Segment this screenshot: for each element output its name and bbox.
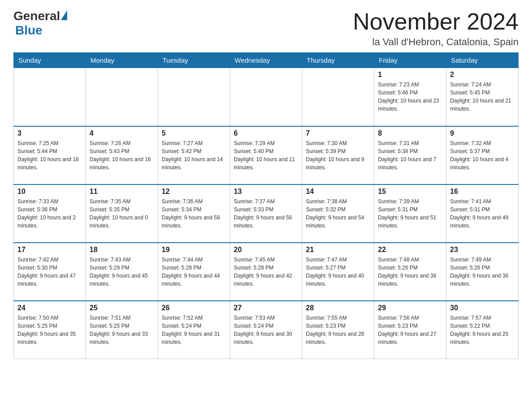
calendar-cell: 17Sunrise: 7:42 AMSunset: 5:30 PMDayligh… [14, 243, 86, 301]
day-info: Sunrise: 7:50 AMSunset: 5:25 PMDaylight:… [17, 314, 82, 346]
day-info: Sunrise: 7:53 AMSunset: 5:24 PMDaylight:… [234, 314, 298, 346]
day-number: 28 [306, 304, 370, 312]
day-number: 23 [450, 246, 515, 254]
day-info: Sunrise: 7:33 AMSunset: 5:36 PMDaylight:… [17, 197, 82, 230]
calendar-cell: 9Sunrise: 7:32 AMSunset: 5:37 PMDaylight… [446, 126, 519, 184]
day-info: Sunrise: 7:38 AMSunset: 5:32 PMDaylight:… [306, 197, 370, 230]
day-info: Sunrise: 7:39 AMSunset: 5:31 PMDaylight:… [378, 197, 442, 230]
calendar-cell [86, 68, 158, 126]
day-info: Sunrise: 7:51 AMSunset: 5:25 PMDaylight:… [90, 314, 154, 346]
calendar-cell: 16Sunrise: 7:41 AMSunset: 5:31 PMDayligh… [446, 184, 519, 243]
day-info: Sunrise: 7:48 AMSunset: 5:26 PMDaylight:… [378, 256, 442, 288]
day-number: 24 [17, 304, 82, 312]
day-info: Sunrise: 7:56 AMSunset: 5:23 PMDaylight:… [378, 314, 442, 346]
day-info: Sunrise: 7:52 AMSunset: 5:24 PMDaylight:… [162, 314, 226, 346]
calendar-cell: 12Sunrise: 7:36 AMSunset: 5:34 PMDayligh… [158, 184, 230, 243]
day-info: Sunrise: 7:45 AMSunset: 5:28 PMDaylight:… [234, 256, 298, 288]
calendar-cell: 7Sunrise: 7:30 AMSunset: 5:39 PMDaylight… [302, 126, 374, 184]
logo-general-text: General [13, 9, 60, 23]
day-number: 25 [90, 304, 154, 312]
calendar-cell: 29Sunrise: 7:56 AMSunset: 5:23 PMDayligh… [374, 301, 446, 359]
calendar-cell: 6Sunrise: 7:29 AMSunset: 5:40 PMDaylight… [230, 126, 302, 184]
column-header-sunday: Sunday [14, 53, 86, 68]
calendar-cell: 24Sunrise: 7:50 AMSunset: 5:25 PMDayligh… [14, 301, 86, 359]
day-info: Sunrise: 7:26 AMSunset: 5:43 PMDaylight:… [90, 139, 154, 171]
calendar-header-row: SundayMondayTuesdayWednesdayThursdayFrid… [14, 53, 519, 68]
calendar-week-row: 3Sunrise: 7:25 AMSunset: 5:44 PMDaylight… [14, 126, 519, 184]
day-number: 5 [162, 129, 226, 137]
logo: General Blue [13, 9, 67, 38]
day-info: Sunrise: 7:36 AMSunset: 5:34 PMDaylight:… [162, 197, 226, 230]
calendar-week-row: 24Sunrise: 7:50 AMSunset: 5:25 PMDayligh… [14, 301, 519, 359]
day-number: 4 [90, 129, 154, 137]
column-header-saturday: Saturday [446, 53, 519, 68]
day-info: Sunrise: 7:55 AMSunset: 5:23 PMDaylight:… [306, 314, 370, 346]
calendar-cell: 8Sunrise: 7:31 AMSunset: 5:38 PMDaylight… [374, 126, 446, 184]
calendar-week-row: 1Sunrise: 7:23 AMSunset: 5:46 PMDaylight… [14, 68, 519, 126]
calendar-cell: 20Sunrise: 7:45 AMSunset: 5:28 PMDayligh… [230, 243, 302, 301]
day-info: Sunrise: 7:27 AMSunset: 5:42 PMDaylight:… [162, 139, 226, 171]
calendar-cell: 30Sunrise: 7:57 AMSunset: 5:22 PMDayligh… [446, 301, 519, 359]
calendar-week-row: 10Sunrise: 7:33 AMSunset: 5:36 PMDayligh… [14, 184, 519, 243]
column-header-friday: Friday [374, 53, 446, 68]
calendar-cell: 27Sunrise: 7:53 AMSunset: 5:24 PMDayligh… [230, 301, 302, 359]
calendar-cell: 13Sunrise: 7:37 AMSunset: 5:33 PMDayligh… [230, 184, 302, 243]
day-info: Sunrise: 7:47 AMSunset: 5:27 PMDaylight:… [306, 256, 370, 288]
calendar-cell: 15Sunrise: 7:39 AMSunset: 5:31 PMDayligh… [374, 184, 446, 243]
day-number: 27 [234, 304, 298, 312]
day-number: 16 [450, 188, 515, 196]
day-number: 18 [90, 246, 154, 254]
day-info: Sunrise: 7:57 AMSunset: 5:22 PMDaylight:… [450, 314, 515, 346]
day-number: 8 [378, 129, 442, 137]
month-title: November 2024 [353, 9, 519, 34]
calendar-cell [302, 68, 374, 126]
day-number: 6 [234, 129, 298, 137]
calendar-cell: 19Sunrise: 7:44 AMSunset: 5:28 PMDayligh… [158, 243, 230, 301]
day-info: Sunrise: 7:32 AMSunset: 5:37 PMDaylight:… [450, 139, 515, 171]
day-number: 11 [90, 188, 154, 196]
title-section: November 2024 la Vall d'Hebron, Cataloni… [353, 9, 519, 48]
day-info: Sunrise: 7:43 AMSunset: 5:29 PMDaylight:… [90, 256, 154, 288]
calendar-cell: 5Sunrise: 7:27 AMSunset: 5:42 PMDaylight… [158, 126, 230, 184]
day-number: 15 [378, 188, 442, 196]
calendar-cell: 4Sunrise: 7:26 AMSunset: 5:43 PMDaylight… [86, 126, 158, 184]
day-number: 9 [450, 129, 515, 137]
column-header-tuesday: Tuesday [158, 53, 230, 68]
day-number: 29 [378, 304, 442, 312]
column-header-thursday: Thursday [302, 53, 374, 68]
day-number: 10 [17, 188, 82, 196]
calendar-cell: 23Sunrise: 7:49 AMSunset: 5:26 PMDayligh… [446, 243, 519, 301]
day-info: Sunrise: 7:30 AMSunset: 5:39 PMDaylight:… [306, 139, 370, 171]
day-number: 2 [450, 71, 515, 79]
day-number: 14 [306, 188, 370, 196]
day-number: 13 [234, 188, 298, 196]
calendar-cell: 21Sunrise: 7:47 AMSunset: 5:27 PMDayligh… [302, 243, 374, 301]
day-info: Sunrise: 7:44 AMSunset: 5:28 PMDaylight:… [162, 256, 226, 288]
day-number: 19 [162, 246, 226, 254]
day-number: 1 [378, 71, 442, 79]
calendar-cell: 22Sunrise: 7:48 AMSunset: 5:26 PMDayligh… [374, 243, 446, 301]
calendar-cell: 11Sunrise: 7:35 AMSunset: 5:35 PMDayligh… [86, 184, 158, 243]
calendar-cell: 1Sunrise: 7:23 AMSunset: 5:46 PMDaylight… [374, 68, 446, 126]
day-number: 30 [450, 304, 515, 312]
calendar-cell: 25Sunrise: 7:51 AMSunset: 5:25 PMDayligh… [86, 301, 158, 359]
column-header-wednesday: Wednesday [230, 53, 302, 68]
day-info: Sunrise: 7:41 AMSunset: 5:31 PMDaylight:… [450, 197, 515, 230]
day-number: 21 [306, 246, 370, 254]
logo-blue-text: Blue [15, 23, 43, 38]
day-info: Sunrise: 7:24 AMSunset: 5:45 PMDaylight:… [450, 81, 515, 113]
calendar-cell [230, 68, 302, 126]
calendar-table: SundayMondayTuesdayWednesdayThursdayFrid… [13, 52, 519, 359]
column-header-monday: Monday [86, 53, 158, 68]
calendar-cell: 10Sunrise: 7:33 AMSunset: 5:36 PMDayligh… [14, 184, 86, 243]
day-number: 20 [234, 246, 298, 254]
day-info: Sunrise: 7:29 AMSunset: 5:40 PMDaylight:… [234, 139, 298, 171]
calendar-cell: 18Sunrise: 7:43 AMSunset: 5:29 PMDayligh… [86, 243, 158, 301]
day-number: 17 [17, 246, 82, 254]
calendar-cell: 28Sunrise: 7:55 AMSunset: 5:23 PMDayligh… [302, 301, 374, 359]
day-number: 26 [162, 304, 226, 312]
day-info: Sunrise: 7:49 AMSunset: 5:26 PMDaylight:… [450, 256, 515, 288]
calendar-cell [14, 68, 86, 126]
logo-triangle-icon [61, 10, 67, 20]
calendar-cell [158, 68, 230, 126]
